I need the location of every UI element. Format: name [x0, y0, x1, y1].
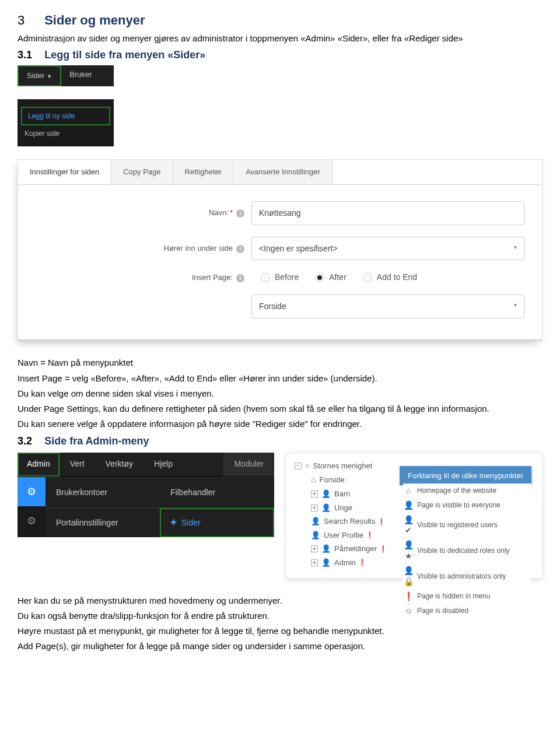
input-navn[interactable]: Knøttesang — [251, 201, 524, 225]
menu-vert[interactable]: Vert — [60, 453, 95, 477]
legend-registered: Visible to registered users — [417, 520, 498, 530]
heading2a-text: Legg til side fra menyen «Sider» — [44, 48, 205, 62]
legend: ⌂Homepage of the website 👤Page is visibl… — [403, 484, 531, 618]
tab-innstillinger[interactable]: Innstillinger for siden — [18, 160, 111, 184]
person-lock-icon: 👤 — [321, 558, 331, 568]
page-tree-panel: Forklaring til de ulike menypunkter − ≡ … — [286, 453, 542, 579]
heading-sider-og-menyer: 3 Sider og menyer — [18, 12, 542, 29]
settings-tabs: Innstillinger for siden Copy Page Rettig… — [18, 160, 542, 185]
legend-homepage: Homepage of the website — [417, 486, 496, 495]
info-icon[interactable]: i — [236, 209, 244, 218]
explanation-banner: Forklaring til de ulike menypunkter — [400, 466, 531, 486]
hidden-icon: ❗ — [403, 591, 414, 602]
person-icon: 👤 — [321, 503, 331, 513]
menu-moduler[interactable]: Moduler — [223, 453, 274, 477]
gear-icon: ⚙ — [27, 485, 36, 499]
legend-visible-everyone: Page is visible to everyone — [417, 500, 501, 510]
menu-item-sider[interactable]: Sider▼ — [18, 65, 61, 86]
side-btn-gear[interactable]: ⚙ — [18, 506, 46, 535]
tab-avanserte[interactable]: Avanserte Innstillinger — [234, 160, 332, 184]
label-insert-page: Insert Page:i — [18, 272, 251, 283]
info-icon[interactable]: i — [236, 274, 244, 282]
page-settings-panel: Innstillinger for siden Copy Page Rettig… — [18, 159, 542, 341]
para-insert-page: Insert Page = velg «Before», «After», «A… — [18, 373, 542, 384]
menu-hjelp[interactable]: Hjelp — [144, 453, 183, 477]
menu-item-bruker[interactable]: Bruker — [61, 65, 100, 86]
person-check-icon: 👤✔ — [403, 514, 414, 537]
heading-side-fra-admin: 3.2 Side fra Admin-meny — [18, 434, 542, 448]
heading-legg-til-side: 3.1 Legg til side fra menyen «Sider» — [18, 48, 542, 62]
person-icon: 👤 — [321, 489, 331, 499]
legend-hidden: Page is hidden in menu — [417, 591, 490, 601]
dropdown-kopier-side[interactable]: Kopier side — [18, 127, 114, 141]
collapse-icon[interactable]: − — [295, 463, 302, 470]
sider-dropdown: Legg til ny side Kopier side — [18, 99, 114, 146]
para-vises-i-menyen: Du kan velge om denne siden skal vises i… — [18, 388, 542, 400]
para-rediger-side: Du kan senere velge å oppdatere informas… — [18, 418, 542, 430]
person-lock-icon: 👤 — [321, 544, 331, 554]
heading-num: 3 — [18, 12, 42, 29]
insert-page-radio-group: Before After Add to End — [251, 272, 524, 283]
para-navn: Navn = Navn på menypunktet — [18, 357, 542, 369]
person-lock-icon: 👤🔒 — [403, 565, 414, 587]
menu-filbehandler[interactable]: Filbehandler — [160, 478, 274, 507]
label-navn: Navn:*i — [18, 208, 251, 218]
radio-add-to-end[interactable]: Add to End — [363, 272, 417, 283]
person-icon: 👤 — [403, 500, 414, 511]
side-btn-gear-active[interactable]: ⚙ — [18, 477, 46, 506]
person-icon: 👤 — [311, 530, 320, 541]
select-under-side[interactable]: <Ingen er spesifisert> — [251, 237, 524, 261]
person-star-icon: 👤★ — [403, 540, 414, 562]
menu-verktoy[interactable]: Verktøy — [95, 453, 144, 477]
label-under-side: Hører inn under sidei — [18, 243, 251, 254]
person-icon: 👤 — [311, 516, 320, 527]
para-rettigheter: Under Page Settings, kan du definere ret… — [18, 403, 542, 415]
radio-after[interactable]: After — [315, 272, 346, 283]
expand-icon[interactable]: + — [311, 491, 318, 498]
warn-icon: ❗ — [377, 517, 386, 526]
disabled-icon: ⦸ — [403, 605, 414, 617]
chevron-down-icon: ▼ — [47, 73, 52, 79]
dropdown-legg-til-ny-side[interactable]: Legg til ny side — [21, 107, 110, 125]
heading-text: Sider og menyer — [44, 12, 145, 29]
menu-sider[interactable]: ✚Sider — [160, 508, 274, 538]
expand-icon[interactable]: + — [311, 505, 318, 512]
heading2b-num: 3.2 — [18, 434, 42, 448]
menu-brukerkontoer[interactable]: Brukerkontoer — [46, 478, 160, 507]
intro-paragraph: Administrasjon av sider og menyer gjøres… — [18, 33, 542, 44]
warn-icon: ❗ — [379, 545, 387, 554]
legend-roles: Visible to dedicated roles only — [417, 546, 510, 555]
admin-menu-panel: Admin Vert Verktøy Hjelp Moduler ⚙ ⚙ Bru… — [18, 453, 274, 538]
info-icon[interactable]: i — [236, 245, 244, 253]
tab-copy-page[interactable]: Copy Page — [111, 160, 173, 184]
plus-icon: ✚ — [170, 517, 177, 528]
radio-before[interactable]: Before — [261, 272, 299, 283]
foot-para-3: Høyre mustast på et menypunkt, gir mulig… — [18, 625, 542, 637]
home-icon: ⌂ — [311, 474, 316, 485]
legend-admins: Visible to administrators only — [417, 572, 506, 581]
heading2a-num: 3.1 — [18, 48, 42, 62]
expand-icon[interactable]: + — [311, 545, 318, 552]
menu-portalinnstillinger[interactable]: Portalinnstillinger — [46, 508, 160, 538]
heading2b-text: Side fra Admin-meny — [44, 434, 149, 448]
warn-icon: ❗ — [366, 531, 374, 540]
menu-admin[interactable]: Admin — [18, 453, 60, 477]
tab-rettigheter[interactable]: Rettigheter — [173, 160, 235, 184]
drag-icon: ≡ — [305, 461, 310, 471]
legend-disabled: Page is disabled — [417, 606, 468, 615]
expand-icon[interactable]: + — [311, 559, 318, 566]
top-menu-small: Sider▼ Bruker — [18, 65, 114, 86]
home-icon: ⌂ — [403, 485, 414, 496]
foot-para-4: Add Page(s), gir muligheter for å legge … — [18, 640, 542, 652]
select-forside[interactable]: Forside — [251, 295, 524, 318]
warn-icon: ❗ — [358, 558, 366, 567]
gear-icon: ⚙ — [27, 514, 36, 528]
